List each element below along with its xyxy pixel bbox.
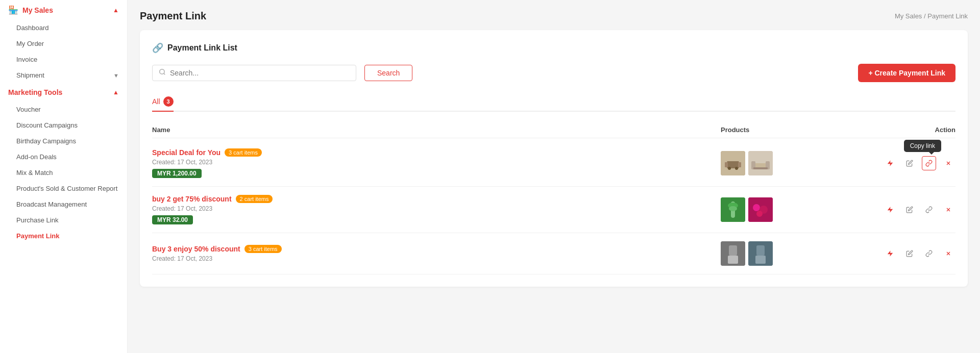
main-content: Payment Link My Sales / Payment Link 🔗 P… (128, 0, 980, 353)
svg-rect-29 (728, 256, 738, 264)
sidebar-item-discount-campaigns[interactable]: Discount Campaigns (0, 117, 127, 133)
row1-delete-icon[interactable] (941, 156, 955, 170)
row1-copy-link-wrapper: Copy link (922, 156, 936, 170)
sidebar-item-products-sold[interactable]: Product's Sold & Customer Report (0, 181, 127, 196)
row3-name: Buy 3 enjoy 50% discount (152, 245, 240, 253)
sidebar-item-payment-link[interactable]: Payment Link (0, 228, 127, 244)
row3-thumb-2 (748, 241, 773, 266)
svg-marker-13 (888, 160, 893, 166)
table-header: Name Products Action (152, 122, 955, 138)
tab-all-badge: 3 (163, 96, 174, 107)
copy-link-tooltip: Copy link (904, 140, 941, 152)
marketing-chevron-icon: ▲ (113, 89, 119, 96)
col-action: Action (874, 126, 955, 134)
row3-edit-icon[interactable] (902, 246, 917, 261)
row3-actions (874, 246, 955, 261)
row1-actions: Copy link (874, 156, 955, 170)
row2-actions (874, 203, 955, 217)
row1-copy-link-icon[interactable] (922, 156, 936, 170)
svg-point-21 (753, 204, 760, 211)
svg-line-1 (164, 73, 165, 75)
my-sales-icon: 🏪 (8, 5, 18, 15)
chevron-up-icon: ▲ (113, 7, 119, 14)
tab-all[interactable]: All 3 (152, 92, 174, 112)
svg-point-4 (728, 167, 731, 170)
row3-cart-badge: 3 cart items (244, 245, 282, 253)
row2-flash-icon[interactable] (883, 203, 897, 217)
row1-name: Special Deal for You (152, 148, 220, 157)
search-icon (159, 68, 166, 78)
row1-cart-badge: 3 cart items (225, 148, 262, 157)
svg-point-0 (160, 69, 164, 74)
row3-thumb-1 (721, 241, 745, 266)
table-row: Special Deal for You 3 cart items Create… (152, 140, 955, 187)
row2-info: buy 2 get 75% discount 2 cart items Crea… (152, 195, 721, 224)
svg-rect-6 (725, 162, 728, 167)
sidebar-my-sales-label: My Sales (22, 6, 53, 14)
payment-link-card: 🔗 Payment Link List Search + Create Paym… (140, 30, 968, 287)
row1-thumb-1 (721, 151, 745, 175)
row1-flash-icon[interactable] (883, 156, 897, 170)
search-button[interactable]: Search (364, 65, 412, 81)
row3-copy-link-icon[interactable] (922, 246, 936, 261)
search-input-wrapper (152, 65, 356, 81)
svg-rect-7 (738, 162, 741, 167)
row2-thumb-1 (721, 197, 745, 222)
row2-cart-badge: 2 cart items (236, 195, 273, 203)
row3-flash-icon[interactable] (883, 246, 897, 261)
row2-delete-icon[interactable] (941, 203, 955, 217)
row3-products (721, 241, 874, 266)
create-payment-link-button[interactable]: + Create Payment Link (858, 64, 955, 82)
tabs-bar: All 3 (152, 92, 955, 112)
row2-edit-icon[interactable] (902, 203, 917, 217)
row2-thumb-2 (748, 197, 773, 222)
sidebar-item-purchase-link[interactable]: Purchase Link (0, 212, 127, 228)
svg-rect-31 (756, 245, 765, 256)
sidebar-item-add-on-deals[interactable]: Add-on Deals (0, 149, 127, 165)
sidebar-item-shipment[interactable]: Shipment ▼ (0, 67, 127, 83)
svg-rect-32 (755, 256, 766, 264)
row3-info: Buy 3 enjoy 50% discount 3 cart items Cr… (152, 245, 721, 262)
row1-created: Created: 17 Oct, 2023 (152, 159, 721, 166)
row2-name: buy 2 get 75% discount (152, 195, 232, 203)
sidebar-item-broadcast[interactable]: Broadcast Management (0, 196, 127, 212)
svg-point-23 (756, 211, 763, 217)
sidebar: 🏪 My Sales ▲ Dashboard My Order Invoice … (0, 0, 128, 353)
breadcrumb: My Sales / Payment Link (895, 12, 968, 20)
row3-created: Created: 17 Oct, 2023 (152, 255, 721, 262)
svg-rect-12 (753, 167, 768, 169)
search-input[interactable] (170, 69, 350, 77)
sidebar-item-dashboard[interactable]: Dashboard (0, 20, 127, 36)
sidebar-marketing-tools-header[interactable]: Marketing Tools ▲ (0, 83, 127, 102)
row1-edit-icon[interactable] (902, 156, 917, 170)
shipment-chevron-icon: ▼ (113, 72, 119, 79)
sidebar-item-invoice[interactable]: Invoice (0, 52, 127, 67)
row3-delete-icon[interactable] (941, 246, 955, 261)
sidebar-item-mix-match[interactable]: Mix & Match (0, 165, 127, 181)
sidebar-my-sales-header[interactable]: 🏪 My Sales ▲ (0, 0, 127, 20)
row2-copy-link-icon[interactable] (922, 203, 936, 217)
sidebar-item-my-order[interactable]: My Order (0, 36, 127, 52)
svg-marker-33 (888, 250, 893, 257)
col-products: Products (721, 126, 874, 134)
page-title: Payment Link (140, 10, 206, 22)
table-row: buy 2 get 75% discount 2 cart items Crea… (152, 187, 955, 233)
sidebar-item-birthday-campaigns[interactable]: Birthday Campaigns (0, 133, 127, 149)
table-row: Buy 3 enjoy 50% discount 3 cart items Cr… (152, 233, 955, 274)
row2-products (721, 197, 874, 222)
link-icon: 🔗 (152, 42, 163, 54)
row1-thumb-2 (748, 151, 773, 175)
svg-rect-28 (729, 245, 737, 256)
page-header: Payment Link My Sales / Payment Link (140, 10, 968, 22)
breadcrumb-parent[interactable]: My Sales (895, 12, 922, 20)
svg-point-19 (729, 206, 737, 211)
svg-marker-24 (888, 207, 893, 213)
row1-price: MYR 1,200.00 (152, 169, 202, 178)
row1-info: Special Deal for You 3 cart items Create… (152, 148, 721, 178)
search-row: Search + Create Payment Link (152, 64, 955, 82)
sidebar-item-voucher[interactable]: Voucher (0, 102, 127, 117)
svg-point-5 (735, 167, 738, 170)
breadcrumb-current: Payment Link (927, 12, 968, 20)
marketing-tools-label: Marketing Tools (8, 88, 62, 96)
card-title: 🔗 Payment Link List (152, 42, 955, 54)
